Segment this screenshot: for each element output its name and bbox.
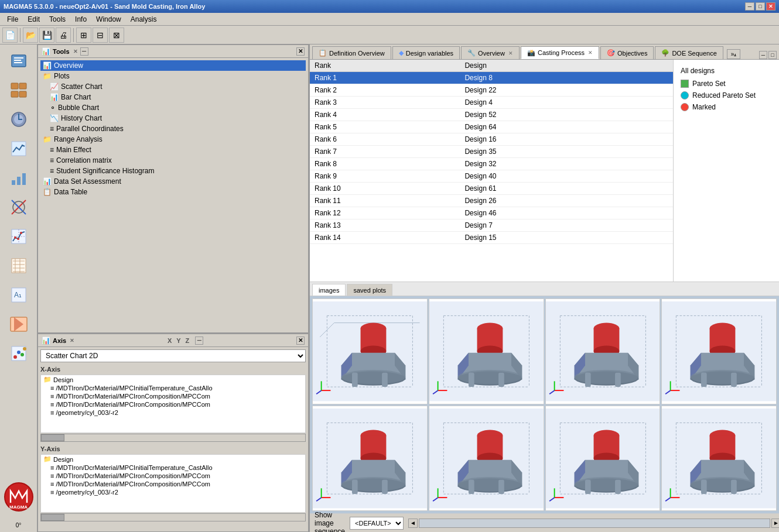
- menu-edit[interactable]: Edit: [23, 14, 45, 25]
- tree-parallel[interactable]: ≡ Parallel Choordinates: [40, 123, 306, 134]
- tree-student[interactable]: ≡ Student Significance Histogram: [40, 166, 306, 176]
- table-row[interactable]: Rank 10Design 61: [310, 183, 673, 195]
- table-row[interactable]: Rank 2Design 22: [310, 84, 673, 97]
- tab-objectives[interactable]: 🎯 Objectives: [600, 46, 654, 59]
- icon-btn-6[interactable]: [4, 193, 33, 221]
- image-cell-8[interactable]: [661, 406, 777, 512]
- icon-btn-9[interactable]: A₁: [4, 281, 33, 309]
- icon-btn-3[interactable]: [4, 105, 33, 133]
- close-button[interactable]: ✕: [766, 2, 775, 11]
- image-cell-7[interactable]: [545, 406, 661, 512]
- image-cell-2[interactable]: [429, 298, 544, 404]
- icon-btn-5[interactable]: [4, 164, 33, 192]
- bottom-tab-saved[interactable]: saved plots: [347, 284, 392, 296]
- tools-panel-close[interactable]: ✕: [296, 47, 305, 56]
- y-item-2[interactable]: ≡ /MDTIron/DcrMaterial/MPCIronCompositio…: [41, 472, 305, 480]
- y-design-folder[interactable]: 📁 Design: [41, 455, 305, 464]
- toolbar-view3[interactable]: ⊠: [109, 28, 124, 43]
- menu-window[interactable]: Window: [91, 14, 126, 25]
- icon-btn-7[interactable]: [4, 222, 33, 250]
- icon-btn-4[interactable]: [4, 135, 33, 163]
- table-row[interactable]: Rank 8Design 32: [310, 158, 673, 170]
- icon-btn-10[interactable]: [4, 310, 33, 338]
- chart-type-select[interactable]: Scatter Chart 2D Scatter Chart 3D Bar Ch…: [40, 349, 306, 362]
- axis-panel-minimize[interactable]: ─: [195, 337, 203, 345]
- tree-bubble[interactable]: ⚬ Bubble Chart: [40, 102, 306, 113]
- minimize-button[interactable]: ─: [745, 2, 754, 11]
- image-cell-1[interactable]: [312, 298, 428, 404]
- toolbar-open[interactable]: 📂: [23, 28, 38, 43]
- x-item-1[interactable]: ≡ /MDTIron/DcrMaterial/MPCInitialTempera…: [41, 384, 305, 392]
- toolbar-print[interactable]: 🖨: [56, 28, 71, 43]
- table-row[interactable]: Rank 6Design 16: [310, 133, 673, 146]
- tab-design-variables[interactable]: ◆ Design variables: [392, 46, 460, 59]
- image-seq-select[interactable]: <DEFAULT> Option 1 Option 2: [350, 517, 404, 530]
- image-cell-4[interactable]: [661, 298, 777, 404]
- y-item-4[interactable]: ≡ /geometry/cyl_003/-r2: [41, 488, 305, 496]
- tree-range[interactable]: 📁 Range Analysis: [40, 134, 306, 145]
- tab-overview[interactable]: 🔧 Overview ✕: [461, 46, 520, 59]
- tab-win-maximize[interactable]: □: [768, 51, 777, 59]
- table-row[interactable]: Rank 9Design 40: [310, 170, 673, 183]
- tools-panel-minimize[interactable]: ─: [80, 47, 88, 56]
- y-scroll-thumb[interactable]: [41, 514, 64, 521]
- axis-x-btn[interactable]: X: [168, 337, 172, 344]
- icon-btn-2[interactable]: [4, 76, 33, 104]
- icon-btn-1[interactable]: [4, 47, 33, 75]
- x-item-3[interactable]: ≡ /MDTIron/DcrMaterial/MPCIronCompositio…: [41, 400, 305, 409]
- tree-bar[interactable]: 📊 Bar Chart: [40, 92, 306, 102]
- tab-definition-overview[interactable]: 📋 Definition Overview: [312, 46, 391, 59]
- tab-casting-close[interactable]: ✕: [588, 50, 593, 56]
- tree-overview[interactable]: 📊 Overview: [40, 60, 306, 71]
- tree-dataset[interactable]: 📊 Data Set Assessment: [40, 176, 306, 187]
- toolbar-save[interactable]: 💾: [39, 28, 54, 43]
- image-cell-3[interactable]: [545, 298, 661, 404]
- image-cell-6[interactable]: [429, 406, 544, 512]
- table-row[interactable]: Rank 12Design 46: [310, 207, 673, 219]
- tab-overflow[interactable]: »₄: [727, 49, 741, 59]
- axis-z-btn[interactable]: Z: [186, 337, 190, 344]
- tree-correlation[interactable]: ≡ Correlation matrix: [40, 155, 306, 166]
- tree-maineffect[interactable]: ≡ Main Effect: [40, 145, 306, 155]
- menu-info[interactable]: Info: [70, 14, 91, 25]
- table-row[interactable]: Rank 13Design 7: [310, 219, 673, 232]
- table-row[interactable]: Rank 4Design 52: [310, 109, 673, 121]
- scroll-nav-right[interactable]: ►: [771, 519, 779, 528]
- tab-doe-sequence[interactable]: 🌳 DOE Sequence: [655, 46, 723, 59]
- tree-scatter[interactable]: 📈 Scatter Chart: [40, 81, 306, 92]
- icon-btn-8[interactable]: [4, 252, 33, 280]
- x-item-4[interactable]: ≡ /geometry/cyl_003/-r2: [41, 409, 305, 417]
- x-axis-hscroll[interactable]: [40, 434, 306, 442]
- tree-plots[interactable]: 📁 Plots: [40, 71, 306, 81]
- menu-tools[interactable]: Tools: [45, 14, 70, 25]
- x-axis-scroll[interactable]: 📁 Design ≡ /MDTIron/DcrMaterial/MPCIniti…: [40, 375, 306, 433]
- table-row[interactable]: Rank 5Design 64: [310, 121, 673, 133]
- y-item-1[interactable]: ≡ /MDTIron/DcrMaterial/MPCInitialTempera…: [41, 464, 305, 472]
- table-row[interactable]: Rank 14Design 15: [310, 232, 673, 244]
- rankings-table[interactable]: Rank Design Rank 1Design 8 Rank 2Design …: [310, 60, 674, 282]
- menu-analysis[interactable]: Analysis: [126, 14, 162, 25]
- table-row[interactable]: Rank 7Design 35: [310, 146, 673, 158]
- x-item-2[interactable]: ≡ /MDTIron/DcrMaterial/MPCIronCompositio…: [41, 392, 305, 400]
- tab-win-minimize[interactable]: ─: [759, 51, 767, 59]
- toolbar-view2[interactable]: ⊟: [93, 28, 108, 43]
- axis-y-btn[interactable]: Y: [176, 337, 180, 344]
- icon-btn-11[interactable]: [4, 339, 33, 368]
- scroll-track[interactable]: [419, 519, 770, 528]
- table-row[interactable]: Rank 11Design 26: [310, 195, 673, 207]
- tree-datatable[interactable]: 📋 Data Table: [40, 187, 306, 197]
- toolbar-view1[interactable]: ⊞: [76, 28, 91, 43]
- table-row[interactable]: Rank 1Design 8: [310, 72, 673, 84]
- x-design-folder[interactable]: 📁 Design: [41, 375, 305, 384]
- y-axis-scroll[interactable]: 📁 Design ≡ /MDTIron/DcrMaterial/MPCIniti…: [40, 454, 306, 513]
- scroll-nav-left[interactable]: ◄: [408, 519, 418, 528]
- maximize-button[interactable]: □: [756, 2, 765, 11]
- y-axis-hscroll[interactable]: [40, 513, 306, 521]
- axis-panel-close[interactable]: ✕: [296, 337, 305, 345]
- y-item-3[interactable]: ≡ /MDTIron/DcrMaterial/MPCIronCompositio…: [41, 480, 305, 488]
- bottom-tab-images[interactable]: images: [312, 284, 346, 296]
- x-scroll-thumb[interactable]: [41, 434, 64, 441]
- image-cell-5[interactable]: [312, 406, 428, 512]
- menu-file[interactable]: File: [2, 14, 23, 25]
- tab-casting-process[interactable]: 📸 Casting Process ✕: [521, 46, 599, 59]
